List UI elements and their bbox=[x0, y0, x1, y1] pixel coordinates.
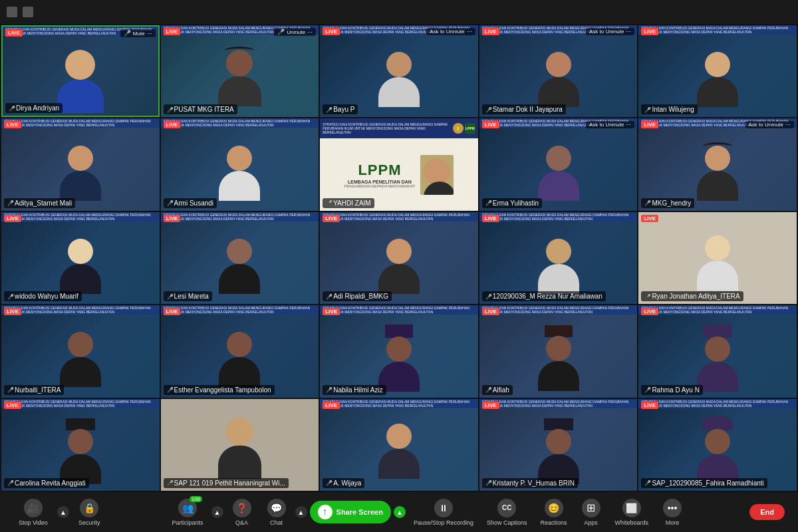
participant-cell-8[interactable]: STRATEGI DAN KONTRIBUSI GENERASI MUDA DA… bbox=[479, 118, 638, 210]
lppm-banner: STRATEGI DAN KONTRIBUSI GENERASI MUDA DA… bbox=[323, 122, 453, 134]
participant-cell-24[interactable]: STRATEGI DAN KONTRIBUSI GENERASI MUDA DA… bbox=[638, 399, 797, 491]
live-badge-23: LIVE bbox=[482, 402, 499, 409]
live-badge-6: LIVE bbox=[164, 121, 181, 128]
participant-name-10: 🎤 widodo Wahyu Muarif bbox=[4, 291, 82, 301]
participant-cell-6[interactable]: STRATEGI DAN KONTRIBUSI GENERASI MUDA DA… bbox=[161, 118, 319, 210]
chat-caret[interactable]: ▲ bbox=[295, 506, 307, 518]
status-badge-1: 🎤 Unmute ⋯ bbox=[274, 28, 316, 36]
participant-cell-14[interactable]: LIVE 🎤 Ryan Jonathan Aditya_ITERA bbox=[638, 212, 797, 304]
participant-cell-9[interactable]: STRATEGI DAN KONTRIBUSI GENERASI MUDA DA… bbox=[638, 118, 797, 210]
participant-cell-22[interactable]: STRATEGI DAN KONTRIBUSI GENERASI MUDA DA… bbox=[320, 399, 478, 491]
participant-name-7: 🎤 YAHDI ZAIM bbox=[323, 198, 374, 208]
participant-name-14: 🎤 Ryan Jonathan Aditya_ITERA bbox=[641, 291, 743, 301]
participant-cell-19[interactable]: STRATEGI DAN KONTRIBUSI GENERASI MUDA DA… bbox=[638, 305, 797, 397]
maximize-btn[interactable] bbox=[23, 7, 33, 17]
status-badge-8: Ask to Unmute ⋯ bbox=[586, 121, 634, 128]
participant-cell-2[interactable]: STRATEGI DAN KONTRIBUSI GENERASI MUDA DA… bbox=[320, 25, 478, 117]
live-badge-19: LIVE bbox=[641, 308, 658, 315]
end-btn[interactable]: End bbox=[749, 504, 785, 520]
participant-name-1: 🎤 PUSAT MKG ITERA bbox=[164, 104, 237, 114]
pause-recording-label: Pause/Stop Recording bbox=[414, 519, 473, 526]
participant-cell-5[interactable]: STRATEGI DAN KONTRIBUSI GENERASI MUDA DA… bbox=[1, 118, 160, 210]
chat-btn[interactable]: 💬 Chat bbox=[261, 496, 293, 529]
show-captions-btn[interactable]: CC Show Captions bbox=[481, 496, 533, 529]
live-badge-20: LIVE bbox=[4, 402, 21, 409]
lppm-sub1: LEMBAGA PENELITIAN DAN bbox=[348, 180, 412, 184]
lppm-sub2: PENGABDIAN KEPADA MASYARAKAT bbox=[344, 184, 415, 188]
participant-cell-4[interactable]: STRATEGI DAN KONTRIBUSI GENERASI MUDA DA… bbox=[638, 25, 797, 117]
live-badge-11: LIVE bbox=[164, 215, 181, 222]
participants-btn[interactable]: 👥 108 Participants bbox=[167, 496, 209, 529]
live-badge-1: LIVE bbox=[164, 28, 181, 35]
participant-cell-15[interactable]: STRATEGI DAN KONTRIBUSI GENERASI MUDA DA… bbox=[1, 305, 160, 397]
security-label: Security bbox=[78, 519, 100, 526]
participant-cell-21[interactable]: 🎤 SAP 121 019 Pethit Hananingrat Wi... bbox=[161, 399, 319, 491]
live-badge-9: LIVE bbox=[641, 121, 658, 128]
participant-cell-1[interactable]: STRATEGI DAN KONTRIBUSI GENERASI MUDA DA… bbox=[161, 25, 319, 117]
status-badge-0: 🎤 Mute ⋯ bbox=[120, 29, 156, 37]
participant-cell-3[interactable]: STRATEGI DAN KONTRIBUSI GENERASI MUDA DA… bbox=[479, 25, 638, 117]
participant-name-3: 🎤 Stamar Dok II Jayapura bbox=[482, 104, 566, 114]
live-badge-24: LIVE bbox=[641, 402, 658, 409]
pause-recording-btn[interactable]: ⏸ Pause/Stop Recording bbox=[408, 496, 479, 529]
security-btn[interactable]: 🔒 Security bbox=[73, 496, 106, 529]
participants-badge: 108 bbox=[190, 496, 202, 502]
participant-name-8: 🎤 Erma Yulihastin bbox=[482, 198, 542, 208]
toolbar-left: 🎥 Stop Video ▲ 🔒 Security bbox=[13, 496, 105, 529]
participant-cell-23[interactable]: STRATEGI DAN KONTRIBUSI GENERASI MUDA DA… bbox=[479, 399, 638, 491]
live-badge-0: LIVE bbox=[5, 29, 23, 37]
participant-cell-13[interactable]: STRATEGI DAN KONTRIBUSI GENERASI MUDA DA… bbox=[479, 212, 638, 304]
video-grid: STRATEGI DAN KONTRIBUSI GENERASI MUDA DA… bbox=[0, 24, 798, 492]
participant-cell-0[interactable]: STRATEGI DAN KONTRIBUSI GENERASI MUDA DA… bbox=[1, 25, 160, 117]
live-badge-15: LIVE bbox=[4, 308, 21, 315]
status-badge-2: Ask to Unmute ⋯ bbox=[426, 28, 475, 35]
whiteboards-btn[interactable]: ⬜ Whiteboards bbox=[610, 496, 654, 529]
minimize-btn[interactable] bbox=[7, 7, 17, 17]
share-screen-btn[interactable]: ↑ Share Screen bbox=[310, 501, 391, 523]
reactions-btn[interactable]: 😊 Reactions bbox=[535, 496, 573, 529]
reactions-label: Reactions bbox=[541, 519, 567, 526]
participant-name-6: 🎤 Armi Susandi bbox=[164, 198, 217, 208]
participants-label: Participants bbox=[172, 519, 203, 526]
participant-cell-7[interactable]: STRATEGI DAN KONTRIBUSI GENERASI MUDA DA… bbox=[320, 118, 478, 210]
more-label: More bbox=[666, 519, 680, 526]
toolbar-right: End bbox=[749, 504, 785, 520]
whiteboards-label: Whiteboards bbox=[615, 519, 649, 526]
participant-cell-11[interactable]: STRATEGI DAN KONTRIBUSI GENERASI MUDA DA… bbox=[161, 212, 319, 304]
participant-name-5: 🎤 Aditya_Stamet Mali bbox=[4, 198, 75, 208]
stop-video-caret[interactable]: ▲ bbox=[57, 506, 69, 518]
participant-name-9: 🎤 MKG_hendry bbox=[641, 198, 694, 208]
participant-name-24: 🎤 SAP_120290085_Fahira Ramadhianti bbox=[641, 478, 767, 488]
share-screen-caret[interactable]: ▲ bbox=[394, 506, 406, 518]
stop-video-label: Stop Video bbox=[19, 519, 48, 526]
status-badge-3: Ask to Unmute ⋯ bbox=[586, 28, 634, 35]
apps-btn[interactable]: ⊞ Apps bbox=[575, 496, 607, 529]
participant-cell-10[interactable]: STRATEGI DAN KONTRIBUSI GENERASI MUDA DA… bbox=[1, 212, 160, 304]
participant-cell-18[interactable]: STRATEGI DAN KONTRIBUSI GENERASI MUDA DA… bbox=[479, 305, 638, 397]
live-badge-22: LIVE bbox=[323, 402, 340, 409]
participant-name-20: 🎤 Carolina Revita Anggiati bbox=[4, 478, 89, 488]
stop-video-btn[interactable]: 🎥 Stop Video bbox=[13, 496, 53, 529]
participant-name-21: 🎤 SAP 121 019 Pethit Hananingrat Wi... bbox=[164, 478, 289, 488]
lppm-logo-text: LPPM bbox=[358, 162, 401, 179]
participant-name-16: 🎤 Esther Evanggelista Tampubolon bbox=[164, 385, 275, 395]
live-badge-12: LIVE bbox=[323, 215, 340, 222]
toolbar: 🎥 Stop Video ▲ 🔒 Security 👥 108 Particip… bbox=[0, 492, 798, 532]
participant-cell-17[interactable]: STRATEGI DAN KONTRIBUSI GENERASI MUDA DA… bbox=[320, 305, 478, 397]
participant-cell-20[interactable]: STRATEGI DAN KONTRIBUSI GENERASI MUDA DA… bbox=[1, 399, 160, 491]
participant-cell-12[interactable]: STRATEGI DAN KONTRIBUSI GENERASI MUDA DA… bbox=[320, 212, 478, 304]
participants-caret[interactable]: ▲ bbox=[211, 506, 223, 518]
participant-name-15: 🎤 Nurbaiti_ITERA bbox=[4, 385, 64, 395]
status-badge-9: Ask to Unmute ⋯ bbox=[745, 121, 794, 128]
participant-cell-16[interactable]: STRATEGI DAN KONTRIBUSI GENERASI MUDA DA… bbox=[161, 305, 319, 397]
toolbar-center: 👥 108 Participants ▲ ❓ Q&A 💬 Chat ▲ ↑ Sh… bbox=[105, 496, 749, 529]
live-badge-14: LIVE bbox=[641, 215, 658, 222]
participant-name-11: 🎤 Lesi Mareta bbox=[164, 291, 212, 301]
chat-label: Chat bbox=[270, 519, 283, 526]
share-screen-label: Share Screen bbox=[336, 508, 383, 516]
participant-name-2: 🎤 Bayu P bbox=[323, 104, 358, 114]
more-btn[interactable]: ••• More bbox=[656, 496, 688, 529]
qa-btn[interactable]: ❓ Q&A bbox=[226, 496, 258, 529]
participant-name-12: 🎤 Adi Ripaldi_BMKG bbox=[323, 291, 392, 301]
live-badge-18: LIVE bbox=[482, 308, 499, 315]
